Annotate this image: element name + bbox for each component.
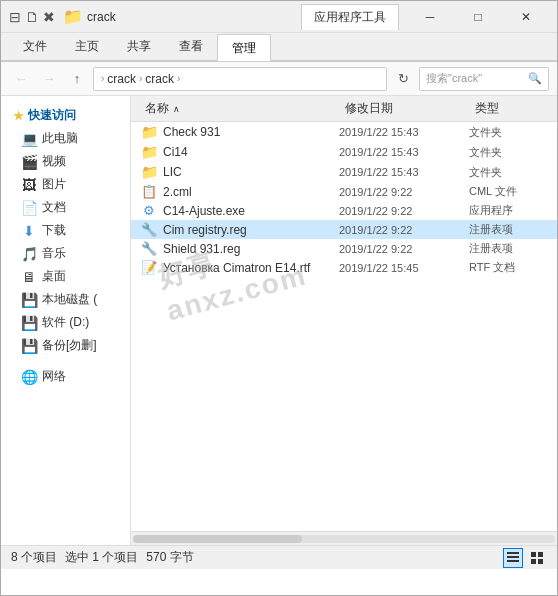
sidebar-item-desktop[interactable]: 🖥 桌面 (1, 265, 130, 288)
file-type: 文件夹 (469, 145, 549, 160)
file-name: LIC (163, 165, 339, 179)
close-button[interactable]: ✕ (503, 1, 549, 33)
pc-icon: 💻 (21, 131, 37, 147)
col-header-type[interactable]: 类型 (469, 96, 549, 121)
pc-label: 此电脑 (42, 130, 78, 147)
svg-rect-2 (507, 560, 519, 562)
large-icons-view-button[interactable] (527, 548, 547, 568)
path-segment-crack1[interactable]: crack (107, 72, 136, 86)
network-label: 网络 (42, 368, 66, 385)
view-controls (503, 548, 547, 568)
file-type: 应用程序 (469, 203, 549, 218)
tab-view[interactable]: 查看 (165, 33, 217, 60)
nav-bar: ← → ↑ › crack › crack › ↻ 搜索"crack" 🔍 (1, 62, 557, 96)
horizontal-scrollbar[interactable] (131, 531, 557, 545)
list-item[interactable]: 📝 Установка Cimatron E14.rtf 2019/1/22 1… (131, 258, 557, 277)
folder-icon: 📁 (139, 124, 159, 140)
list-item[interactable]: 🔧 Shield 931.reg 2019/1/22 9:22 注册表项 (131, 239, 557, 258)
sidebar-item-pictures[interactable]: 🖼 图片 (1, 173, 130, 196)
sidebar-item-video[interactable]: 🎬 视频 (1, 150, 130, 173)
video-icon: 🎬 (21, 154, 37, 170)
file-date: 2019/1/22 9:22 (339, 205, 469, 217)
refresh-button[interactable]: ↻ (391, 67, 415, 91)
search-placeholder: 搜索"crack" (426, 71, 482, 86)
maximize-button[interactable]: □ (455, 1, 501, 33)
sidebar-item-localdisk[interactable]: 💾 本地磁盘 ( (1, 288, 130, 311)
detail-view-button[interactable] (503, 548, 523, 568)
status-bar: 8 个项目 选中 1 个项目 570 字节 (1, 545, 557, 569)
h-scroll-track (133, 535, 555, 543)
file-type: RTF 文档 (469, 260, 549, 275)
tab-home[interactable]: 主页 (61, 33, 113, 60)
tab-file[interactable]: 文件 (9, 33, 61, 60)
localdisk-label: 本地磁盘 ( (42, 291, 97, 308)
sidebar-item-pc[interactable]: 💻 此电脑 (1, 127, 130, 150)
list-item[interactable]: 📁 LIC 2019/1/22 15:43 文件夹 (131, 162, 557, 182)
cml-icon: 📋 (139, 184, 159, 199)
file-type: 注册表项 (469, 241, 549, 256)
main-area: ★ 快速访问 💻 此电脑 🎬 视频 🖼 图片 📄 文档 ⬇ 下载 🎵 音乐 🖥 (1, 96, 557, 545)
sidebar-item-documents[interactable]: 📄 文档 (1, 196, 130, 219)
rtf-icon: 📝 (139, 260, 159, 275)
network-icon: 🌐 (21, 369, 37, 385)
item-count: 8 个项目 (11, 549, 57, 566)
sidebar-item-software[interactable]: 💾 软件 (D:) (1, 311, 130, 334)
sidebar-item-backup[interactable]: 💾 备份[勿删] (1, 334, 130, 357)
sidebar-item-music[interactable]: 🎵 音乐 (1, 242, 130, 265)
file-name: Ci14 (163, 145, 339, 159)
file-date: 2019/1/22 15:43 (339, 166, 469, 178)
address-bar[interactable]: › crack › crack › (93, 67, 387, 91)
search-box[interactable]: 搜索"crack" 🔍 (419, 67, 549, 91)
path-chevron-2: › (139, 73, 142, 84)
list-item[interactable]: 📁 Check 931 2019/1/22 15:43 文件夹 (131, 122, 557, 142)
music-label: 音乐 (42, 245, 66, 262)
backup-icon: 💾 (21, 338, 37, 354)
file-date: 2019/1/22 9:22 (339, 224, 469, 236)
desktop-label: 桌面 (42, 268, 66, 285)
title-bar-title: crack (87, 10, 301, 24)
tab-share[interactable]: 共享 (113, 33, 165, 60)
app-tools-tab[interactable]: 应用程序工具 (301, 4, 399, 30)
folder-icon: 📁 (139, 144, 159, 160)
list-item[interactable]: ⚙ C14-Ajuste.exe 2019/1/22 9:22 应用程序 (131, 201, 557, 220)
sort-chevron: ∧ (173, 104, 180, 114)
file-type: 注册表项 (469, 222, 549, 237)
list-item[interactable]: 🔧 Cim registry.reg 2019/1/22 9:22 注册表项 (131, 220, 557, 239)
file-date: 2019/1/22 15:45 (339, 262, 469, 274)
forward-button[interactable]: → (37, 67, 61, 91)
tab-manage[interactable]: 管理 (217, 34, 271, 61)
sidebar-item-network[interactable]: 🌐 网络 (1, 365, 130, 388)
path-segment-crack2[interactable]: crack (145, 72, 174, 86)
downloads-icon: ⬇ (21, 223, 37, 239)
minimize-button[interactable]: ─ (407, 1, 453, 33)
file-type: 文件夹 (469, 125, 549, 140)
file-name: Check 931 (163, 125, 339, 139)
file-list-area: 名称 ∧ 修改日期 类型 📁 Check 931 2019/1/22 15:43… (131, 96, 557, 545)
reg-icon: 🔧 (139, 241, 159, 256)
folder-icon: 📁 (63, 7, 83, 26)
reg-icon: 🔧 (139, 222, 159, 237)
file-list-header: 名称 ∧ 修改日期 类型 (131, 96, 557, 122)
selected-count: 选中 1 个项目 (65, 549, 138, 566)
back-button[interactable]: ← (9, 67, 33, 91)
desktop-icon: 🖥 (21, 269, 37, 285)
file-name: Установка Cimatron E14.rtf (163, 261, 339, 275)
file-name: Shield 931.reg (163, 242, 339, 256)
address-path: › crack › crack › (100, 72, 181, 86)
sidebar-item-downloads[interactable]: ⬇ 下载 (1, 219, 130, 242)
quick-access-header[interactable]: ★ 快速访问 (1, 104, 130, 127)
file-name: Cim registry.reg (163, 223, 339, 237)
title-bar: ⊟ 🗋 ✖ 📁 crack 应用程序工具 ─ □ ✕ (1, 1, 557, 33)
list-item[interactable]: 📁 Ci14 2019/1/22 15:43 文件夹 (131, 142, 557, 162)
file-name: 2.cml (163, 185, 339, 199)
file-list: 📁 Check 931 2019/1/22 15:43 文件夹 📁 Ci14 2… (131, 122, 557, 531)
col-header-name[interactable]: 名称 ∧ (139, 96, 339, 121)
col-header-date[interactable]: 修改日期 (339, 96, 469, 121)
documents-label: 文档 (42, 199, 66, 216)
file-size: 570 字节 (146, 549, 193, 566)
file-date: 2019/1/22 9:22 (339, 186, 469, 198)
up-button[interactable]: ↑ (65, 67, 89, 91)
path-chevron-1: › (101, 73, 104, 84)
list-item[interactable]: 📋 2.cml 2019/1/22 9:22 CML 文件 (131, 182, 557, 201)
svg-rect-3 (531, 552, 536, 557)
